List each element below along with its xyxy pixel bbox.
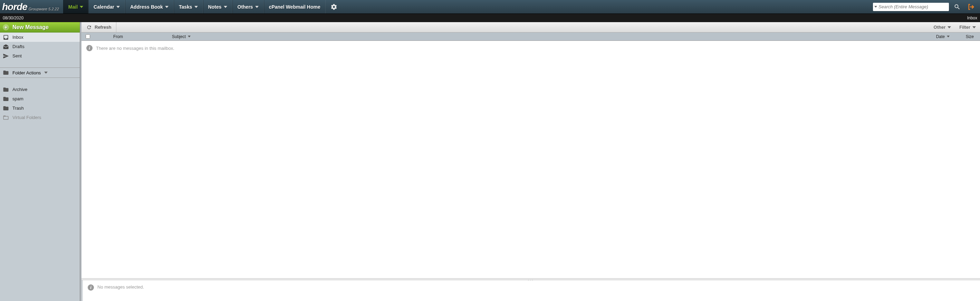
nav-label: Calendar bbox=[94, 4, 114, 10]
search-icon bbox=[954, 3, 961, 10]
chevron-down-icon bbox=[224, 6, 227, 8]
plus-icon: + bbox=[3, 24, 9, 30]
folder-open-icon bbox=[3, 115, 9, 121]
column-label: Date bbox=[936, 34, 945, 39]
date-column-header[interactable]: Date bbox=[907, 34, 952, 39]
chevron-down-icon bbox=[116, 6, 120, 8]
folder-label: Trash bbox=[13, 106, 24, 111]
message-list: i There are no messages in this mailbox. bbox=[81, 41, 980, 278]
chevron-down-icon bbox=[165, 6, 169, 8]
message-toolbar: Refresh Other Filter bbox=[81, 22, 980, 32]
sidebar: + New Message Inbox Drafts Sent bbox=[0, 22, 80, 301]
logo[interactable]: horde Groupware 5.2.22 bbox=[0, 0, 63, 13]
refresh-button[interactable]: Refresh bbox=[81, 22, 116, 32]
nav-label: Address Book bbox=[130, 4, 163, 10]
search-scope-dropdown[interactable] bbox=[874, 6, 877, 8]
folder-label: spam bbox=[13, 96, 24, 101]
drafts-icon bbox=[3, 43, 9, 50]
select-all-checkbox[interactable] bbox=[86, 34, 90, 39]
folder-sent[interactable]: Sent bbox=[0, 51, 80, 61]
folder-label: Drafts bbox=[13, 44, 24, 49]
nav-notes[interactable]: Notes bbox=[203, 0, 232, 13]
search-box[interactable] bbox=[873, 3, 949, 11]
chevron-down-icon bbox=[255, 6, 259, 8]
empty-text: There are no messages in this mailbox. bbox=[96, 46, 174, 51]
main-nav: Mail Calendar Address Book Tasks Notes O… bbox=[63, 0, 342, 13]
search-button[interactable] bbox=[952, 3, 963, 10]
refresh-icon bbox=[86, 24, 92, 30]
nav-tasks[interactable]: Tasks bbox=[174, 0, 203, 13]
size-column-header[interactable]: Size bbox=[952, 34, 980, 39]
folder-label: Virtual Folders bbox=[13, 115, 41, 120]
nav-address-book[interactable]: Address Book bbox=[125, 0, 174, 13]
nav-label: cPanel Webmail Home bbox=[269, 4, 320, 10]
column-label: From bbox=[113, 34, 123, 39]
subject-column-header[interactable]: Subject bbox=[169, 34, 907, 39]
nav-calendar[interactable]: Calendar bbox=[88, 0, 125, 13]
folder-virtual-folders[interactable]: Virtual Folders bbox=[0, 113, 80, 122]
date-bar: 08/30/2020 Inbox bbox=[0, 14, 980, 22]
column-label: Size bbox=[966, 34, 974, 39]
folder-icon bbox=[3, 105, 9, 111]
current-date: 08/30/2020 bbox=[3, 16, 24, 21]
folder-inbox[interactable]: Inbox bbox=[0, 32, 80, 42]
folder-actions-label: Folder Actions bbox=[13, 70, 41, 75]
preview-pane: i No messages selected. bbox=[81, 280, 980, 301]
nav-others[interactable]: Others bbox=[232, 0, 264, 13]
folder-actions-dropdown[interactable]: Folder Actions bbox=[0, 67, 80, 78]
empty-mailbox-notice: i There are no messages in this mailbox. bbox=[81, 41, 980, 55]
info-icon: i bbox=[88, 284, 94, 291]
gear-icon bbox=[331, 3, 337, 10]
search-area bbox=[870, 0, 980, 13]
info-icon: i bbox=[86, 45, 92, 51]
new-message-label: New Message bbox=[13, 24, 49, 30]
nav-label: Tasks bbox=[179, 4, 192, 10]
logout-button[interactable] bbox=[966, 3, 977, 11]
folder-label: Sent bbox=[13, 53, 22, 58]
new-message-button[interactable]: + New Message bbox=[0, 22, 80, 32]
preview-empty-text: No messages selected. bbox=[97, 284, 144, 290]
column-label: Subject bbox=[172, 34, 186, 39]
column-headers: From Subject Date Size bbox=[81, 32, 980, 41]
other-label: Other bbox=[934, 24, 946, 30]
sort-indicator-icon bbox=[188, 36, 191, 37]
search-input[interactable] bbox=[878, 4, 948, 10]
top-navbar: horde Groupware 5.2.22 Mail Calendar Add… bbox=[0, 0, 980, 14]
folder-spam[interactable]: spam bbox=[0, 94, 80, 104]
nav-label: Notes bbox=[208, 4, 222, 10]
pane-splitter[interactable] bbox=[81, 278, 980, 280]
inbox-icon bbox=[3, 34, 9, 40]
nav-mail[interactable]: Mail bbox=[63, 0, 88, 13]
logo-subtitle: Groupware 5.2.22 bbox=[29, 7, 59, 11]
current-mailbox-label: Inbox bbox=[967, 16, 977, 21]
chevron-down-icon bbox=[972, 26, 976, 28]
sent-icon bbox=[3, 53, 9, 59]
other-dropdown[interactable]: Other bbox=[929, 24, 956, 30]
select-all-column[interactable] bbox=[81, 34, 94, 39]
folder-icon bbox=[3, 70, 9, 76]
chevron-down-icon bbox=[194, 6, 198, 8]
sort-indicator-icon bbox=[947, 36, 950, 37]
logo-text: horde bbox=[2, 2, 27, 13]
content-area: Refresh Other Filter From bbox=[80, 22, 980, 301]
folder-archive[interactable]: Archive bbox=[0, 85, 80, 94]
chevron-down-icon bbox=[80, 6, 83, 8]
nav-label: Mail bbox=[68, 4, 78, 10]
chevron-down-icon bbox=[948, 26, 951, 28]
logout-icon bbox=[967, 3, 975, 11]
nav-cpanel-webmail-home[interactable]: cPanel Webmail Home bbox=[264, 0, 326, 13]
settings-button[interactable] bbox=[326, 0, 342, 13]
filter-label: Filter bbox=[959, 24, 970, 30]
folder-icon bbox=[3, 86, 9, 93]
folder-drafts[interactable]: Drafts bbox=[0, 42, 80, 51]
folder-label: Archive bbox=[13, 87, 27, 92]
chevron-down-icon bbox=[44, 72, 48, 74]
from-column-header[interactable]: From bbox=[110, 34, 169, 39]
folder-icon bbox=[3, 96, 9, 102]
refresh-label: Refresh bbox=[95, 24, 111, 30]
filter-dropdown[interactable]: Filter bbox=[955, 24, 980, 30]
folder-trash[interactable]: Trash bbox=[0, 104, 80, 113]
folder-label: Inbox bbox=[13, 35, 24, 40]
nav-label: Others bbox=[237, 4, 253, 10]
